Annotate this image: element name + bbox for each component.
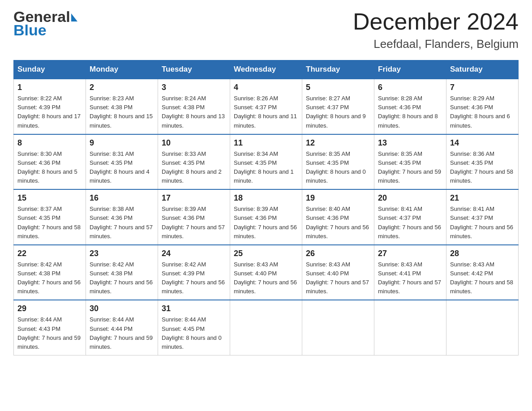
day-cell-19: 19 Sunrise: 8:40 AM Sunset: 4:36 PM Dayl…	[302, 189, 374, 245]
day-cell-14: 14 Sunrise: 8:36 AM Sunset: 4:35 PM Dayl…	[446, 134, 519, 190]
day-cell-18: 18 Sunrise: 8:39 AM Sunset: 4:36 PM Dayl…	[230, 189, 302, 245]
day-info: Sunrise: 8:44 AM Sunset: 4:45 PM Dayligh…	[162, 315, 226, 351]
day-cell-6: 6 Sunrise: 8:28 AM Sunset: 4:36 PM Dayli…	[374, 79, 446, 134]
header-saturday: Saturday	[446, 60, 519, 79]
day-number: 24	[162, 249, 226, 258]
day-info: Sunrise: 8:35 AM Sunset: 4:35 PM Dayligh…	[378, 150, 442, 186]
day-info: Sunrise: 8:33 AM Sunset: 4:35 PM Dayligh…	[162, 150, 226, 186]
day-cell-15: 15 Sunrise: 8:37 AM Sunset: 4:35 PM Dayl…	[14, 189, 86, 245]
day-info: Sunrise: 8:39 AM Sunset: 4:36 PM Dayligh…	[234, 205, 298, 241]
day-info: Sunrise: 8:23 AM Sunset: 4:38 PM Dayligh…	[90, 94, 154, 130]
day-cell-30: 30 Sunrise: 8:44 AM Sunset: 4:44 PM Dayl…	[86, 300, 158, 355]
day-number: 10	[162, 138, 226, 148]
day-info: Sunrise: 8:42 AM Sunset: 4:38 PM Dayligh…	[17, 260, 82, 296]
day-cell-31: 31 Sunrise: 8:44 AM Sunset: 4:45 PM Dayl…	[158, 300, 230, 355]
page-header: General Blue December 2024 Leefdaal, Fla…	[13, 9, 519, 51]
week-row-1: 1 Sunrise: 8:22 AM Sunset: 4:39 PM Dayli…	[14, 79, 519, 134]
day-cell-1: 1 Sunrise: 8:22 AM Sunset: 4:39 PM Dayli…	[14, 79, 86, 134]
week-row-4: 22 Sunrise: 8:42 AM Sunset: 4:38 PM Dayl…	[14, 245, 519, 300]
day-info: Sunrise: 8:35 AM Sunset: 4:35 PM Dayligh…	[306, 150, 370, 186]
day-info: Sunrise: 8:43 AM Sunset: 4:40 PM Dayligh…	[306, 260, 370, 296]
empty-cell	[446, 300, 519, 355]
day-info: Sunrise: 8:40 AM Sunset: 4:36 PM Dayligh…	[306, 205, 370, 241]
day-number: 23	[90, 249, 154, 258]
day-number: 26	[306, 249, 370, 258]
day-number: 5	[306, 83, 370, 92]
day-cell-28: 28 Sunrise: 8:43 AM Sunset: 4:42 PM Dayl…	[446, 245, 519, 300]
day-cell-12: 12 Sunrise: 8:35 AM Sunset: 4:35 PM Dayl…	[302, 134, 374, 190]
empty-cell	[374, 300, 446, 355]
day-cell-13: 13 Sunrise: 8:35 AM Sunset: 4:35 PM Dayl…	[374, 134, 446, 190]
day-number: 28	[450, 249, 515, 258]
day-cell-20: 20 Sunrise: 8:41 AM Sunset: 4:37 PM Dayl…	[374, 189, 446, 245]
day-info: Sunrise: 8:41 AM Sunset: 4:37 PM Dayligh…	[378, 205, 442, 241]
day-number: 20	[378, 193, 442, 203]
day-number: 8	[17, 138, 82, 148]
day-cell-26: 26 Sunrise: 8:43 AM Sunset: 4:40 PM Dayl…	[302, 245, 374, 300]
title-area: December 2024 Leefdaal, Flanders, Belgiu…	[353, 9, 519, 51]
day-number: 3	[162, 83, 226, 92]
day-number: 1	[17, 83, 82, 92]
day-info: Sunrise: 8:27 AM Sunset: 4:37 PM Dayligh…	[306, 94, 370, 130]
day-info: Sunrise: 8:30 AM Sunset: 4:36 PM Dayligh…	[17, 150, 82, 186]
logo-general-text: General	[13, 8, 70, 25]
header-thursday: Thursday	[302, 60, 374, 79]
day-number: 6	[378, 83, 442, 92]
header-sunday: Sunday	[14, 60, 86, 79]
empty-cell	[302, 300, 374, 355]
week-row-2: 8 Sunrise: 8:30 AM Sunset: 4:36 PM Dayli…	[14, 134, 519, 190]
month-title: December 2024	[353, 9, 519, 34]
header-monday: Monday	[86, 60, 158, 79]
day-info: Sunrise: 8:22 AM Sunset: 4:39 PM Dayligh…	[17, 94, 82, 130]
day-cell-24: 24 Sunrise: 8:42 AM Sunset: 4:39 PM Dayl…	[158, 245, 230, 300]
day-cell-21: 21 Sunrise: 8:41 AM Sunset: 4:37 PM Dayl…	[446, 189, 519, 245]
day-number: 31	[162, 304, 226, 313]
weekday-header-row: Sunday Monday Tuesday Wednesday Thursday…	[14, 60, 519, 79]
header-wednesday: Wednesday	[230, 60, 302, 79]
week-row-5: 29 Sunrise: 8:44 AM Sunset: 4:43 PM Dayl…	[14, 300, 519, 355]
day-info: Sunrise: 8:36 AM Sunset: 4:35 PM Dayligh…	[450, 150, 515, 186]
day-number: 15	[17, 193, 82, 203]
day-info: Sunrise: 8:29 AM Sunset: 4:36 PM Dayligh…	[450, 94, 515, 130]
week-row-3: 15 Sunrise: 8:37 AM Sunset: 4:35 PM Dayl…	[14, 189, 519, 245]
day-number: 21	[450, 193, 515, 203]
calendar-table: Sunday Monday Tuesday Wednesday Thursday…	[13, 60, 519, 355]
day-number: 30	[90, 304, 154, 313]
day-info: Sunrise: 8:39 AM Sunset: 4:36 PM Dayligh…	[162, 205, 226, 241]
logo: General Blue	[13, 9, 77, 38]
day-cell-11: 11 Sunrise: 8:34 AM Sunset: 4:35 PM Dayl…	[230, 134, 302, 190]
day-number: 25	[234, 249, 298, 258]
day-info: Sunrise: 8:44 AM Sunset: 4:43 PM Dayligh…	[17, 315, 82, 351]
day-info: Sunrise: 8:37 AM Sunset: 4:35 PM Dayligh…	[17, 205, 82, 241]
day-cell-10: 10 Sunrise: 8:33 AM Sunset: 4:35 PM Dayl…	[158, 134, 230, 190]
day-cell-29: 29 Sunrise: 8:44 AM Sunset: 4:43 PM Dayl…	[14, 300, 86, 355]
day-cell-16: 16 Sunrise: 8:38 AM Sunset: 4:36 PM Dayl…	[86, 189, 158, 245]
day-cell-22: 22 Sunrise: 8:42 AM Sunset: 4:38 PM Dayl…	[14, 245, 86, 300]
day-cell-2: 2 Sunrise: 8:23 AM Sunset: 4:38 PM Dayli…	[86, 79, 158, 134]
day-info: Sunrise: 8:43 AM Sunset: 4:42 PM Dayligh…	[450, 260, 515, 296]
day-info: Sunrise: 8:44 AM Sunset: 4:44 PM Dayligh…	[90, 315, 154, 351]
day-info: Sunrise: 8:28 AM Sunset: 4:36 PM Dayligh…	[378, 94, 442, 130]
day-info: Sunrise: 8:24 AM Sunset: 4:38 PM Dayligh…	[162, 94, 226, 130]
day-cell-9: 9 Sunrise: 8:31 AM Sunset: 4:35 PM Dayli…	[86, 134, 158, 190]
day-cell-17: 17 Sunrise: 8:39 AM Sunset: 4:36 PM Dayl…	[158, 189, 230, 245]
location-subtitle: Leefdaal, Flanders, Belgium	[353, 37, 519, 51]
day-info: Sunrise: 8:26 AM Sunset: 4:37 PM Dayligh…	[234, 94, 298, 130]
day-cell-3: 3 Sunrise: 8:24 AM Sunset: 4:38 PM Dayli…	[158, 79, 230, 134]
day-number: 12	[306, 138, 370, 148]
header-tuesday: Tuesday	[158, 60, 230, 79]
day-number: 13	[378, 138, 442, 148]
day-number: 19	[306, 193, 370, 203]
day-cell-8: 8 Sunrise: 8:30 AM Sunset: 4:36 PM Dayli…	[14, 134, 86, 190]
day-number: 27	[378, 249, 442, 258]
day-number: 11	[234, 138, 298, 148]
empty-cell	[230, 300, 302, 355]
day-info: Sunrise: 8:42 AM Sunset: 4:38 PM Dayligh…	[90, 260, 154, 296]
day-cell-4: 4 Sunrise: 8:26 AM Sunset: 4:37 PM Dayli…	[230, 79, 302, 134]
day-info: Sunrise: 8:31 AM Sunset: 4:35 PM Dayligh…	[90, 150, 154, 186]
day-number: 22	[17, 249, 82, 258]
day-cell-7: 7 Sunrise: 8:29 AM Sunset: 4:36 PM Dayli…	[446, 79, 519, 134]
day-info: Sunrise: 8:43 AM Sunset: 4:41 PM Dayligh…	[378, 260, 442, 296]
day-cell-27: 27 Sunrise: 8:43 AM Sunset: 4:41 PM Dayl…	[374, 245, 446, 300]
day-info: Sunrise: 8:38 AM Sunset: 4:36 PM Dayligh…	[90, 205, 154, 241]
